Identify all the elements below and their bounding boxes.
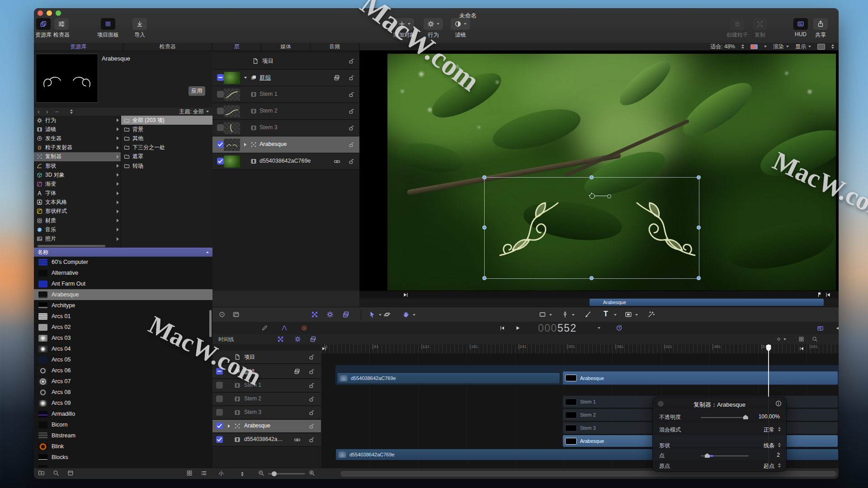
library-scrollbar[interactable]: [209, 310, 212, 337]
category-item[interactable]: 复制器: [34, 152, 121, 161]
replicate-button[interactable]: 复制: [753, 18, 767, 39]
share-button[interactable]: 共享: [813, 18, 828, 39]
folder-item[interactable]: 背景: [121, 125, 212, 134]
checker-icon[interactable]: [311, 311, 318, 318]
list-item[interactable]: Arcs 01: [34, 311, 212, 322]
list-item[interactable]: Blocks: [34, 452, 212, 463]
tab-layers[interactable]: 层: [212, 43, 261, 51]
magminus-icon[interactable]: [258, 470, 264, 476]
recttool-icon[interactable]: [539, 311, 546, 318]
timeline-zoom-slider[interactable]: [268, 473, 305, 474]
orbit-icon[interactable]: [383, 311, 391, 318]
list-item[interactable]: Arcs 07: [34, 376, 212, 387]
ruler-out-marker-icon[interactable]: [799, 346, 804, 351]
selection-handle[interactable]: [697, 276, 701, 280]
speaker-icon[interactable]: [835, 325, 839, 332]
info-icon[interactable]: [775, 400, 782, 407]
folder-item[interactable]: 全部 (203 项): [121, 116, 212, 125]
selection-handle[interactable]: [590, 175, 594, 179]
anchor-handle[interactable]: [607, 194, 611, 198]
list-item[interactable]: Armadillo: [34, 408, 212, 419]
panelic-icon[interactable]: [817, 325, 824, 332]
list-item[interactable]: Arcs 08: [34, 387, 212, 398]
selection-handle[interactable]: [590, 276, 594, 280]
hud-param-value[interactable]: 起点: [764, 462, 774, 470]
hud-select-stepper-icon[interactable]: [778, 443, 781, 447]
brush-icon[interactable]: [584, 311, 591, 318]
selection-handle[interactable]: [697, 225, 701, 230]
previewic-icon[interactable]: [67, 470, 74, 476]
timeline-track-header[interactable]: Stem 2: [212, 393, 321, 406]
tab-audio[interactable]: 音频: [311, 43, 359, 51]
add-object-button[interactable]: 添加对象: [393, 18, 415, 39]
remove-icon[interactable]: –: [55, 108, 58, 115]
tab-library[interactable]: 资源库: [34, 43, 123, 51]
list-item[interactable]: Arcs 05: [34, 354, 212, 365]
list-item[interactable]: Arcs 06: [34, 365, 212, 376]
timeline-ruler[interactable]: 161121181241301361421481541601: [321, 344, 839, 354]
lock-icon[interactable]: [308, 423, 315, 429]
visibility-checkbox[interactable]: [216, 382, 223, 389]
visibility-checkbox[interactable]: [217, 158, 224, 164]
list-item[interactable]: Arcs 03: [34, 333, 212, 343]
lock-icon[interactable]: [348, 125, 354, 131]
record-icon[interactable]: [301, 325, 307, 331]
layer-row[interactable]: Stem 2: [212, 103, 359, 120]
text-tool[interactable]: T: [604, 310, 608, 318]
behaviors-button[interactable]: 行为: [424, 18, 443, 39]
visibility-checkbox[interactable]: [217, 74, 224, 81]
diamond-icon[interactable]: [776, 336, 782, 342]
mini-timeline-bar[interactable]: Arabesque: [590, 299, 824, 306]
lock-icon[interactable]: [348, 75, 354, 81]
checker-icon[interactable]: [277, 336, 284, 343]
lock-icon[interactable]: [308, 382, 315, 389]
stepper-icon[interactable]: [70, 109, 73, 114]
mask-icon[interactable]: [625, 311, 632, 318]
tab-inspector[interactable]: 检查器: [123, 43, 213, 51]
create-particles-button[interactable]: 创建粒子: [726, 18, 748, 39]
hud-slider[interactable]: [701, 417, 749, 418]
lock-icon[interactable]: [308, 436, 315, 443]
spline-icon[interactable]: [281, 325, 288, 331]
lock-icon[interactable]: [348, 91, 354, 98]
visibility-checkbox[interactable]: [217, 91, 224, 98]
winic-icon[interactable]: [232, 311, 240, 318]
lock-icon[interactable]: [308, 354, 315, 360]
frame-counter[interactable]: 552: [557, 322, 577, 334]
play-range-out-icon[interactable]: [825, 292, 831, 298]
visibility-checkbox[interactable]: [216, 422, 223, 429]
hud-button[interactable]: HUD: [793, 18, 808, 38]
listic-icon[interactable]: [201, 470, 207, 476]
lock-icon[interactable]: [348, 141, 354, 148]
grid-icon[interactable]: [798, 336, 804, 342]
category-item[interactable]: 发生器: [34, 134, 121, 143]
back-icon[interactable]: ‹: [38, 108, 40, 115]
gear-icon[interactable]: [326, 311, 334, 318]
hud-param-value[interactable]: 线条: [764, 442, 774, 450]
pen-icon[interactable]: [561, 311, 569, 318]
category-item[interactable]: 材质: [34, 216, 121, 225]
filters-button[interactable]: 滤镜: [451, 18, 470, 39]
list-item[interactable]: Bitstream: [34, 430, 212, 441]
layersic-icon[interactable]: [342, 311, 349, 318]
folder-item[interactable]: 下三分之一处: [121, 143, 212, 152]
category-item[interactable]: 形状样式: [34, 207, 121, 216]
timeline-track-header[interactable]: 项目: [212, 351, 321, 364]
anchor-point[interactable]: [590, 193, 595, 199]
pointer-icon[interactable]: [368, 311, 376, 318]
hud-select-stepper-icon[interactable]: [778, 463, 781, 468]
selection-handle[interactable]: [697, 175, 701, 179]
marker-flag-icon[interactable]: [817, 291, 822, 298]
layer-row[interactable]: Stem 1: [212, 86, 359, 103]
selection-handle[interactable]: [482, 175, 486, 179]
lock-icon[interactable]: [308, 409, 315, 416]
render-menu[interactable]: 渲染: [773, 43, 784, 51]
selection-handle[interactable]: [482, 225, 486, 230]
inspector-pane-button[interactable]: 检查器: [53, 18, 70, 39]
zoom-level-select[interactable]: 适合: 48%: [710, 43, 735, 51]
layer-row[interactable]: Stem 3: [212, 120, 359, 136]
timeline-track-header[interactable]: Arabesque: [212, 420, 321, 433]
visibility-checkbox[interactable]: [217, 108, 224, 114]
layersic-icon[interactable]: [294, 368, 300, 375]
row-height-stepper-icon[interactable]: [241, 472, 244, 476]
